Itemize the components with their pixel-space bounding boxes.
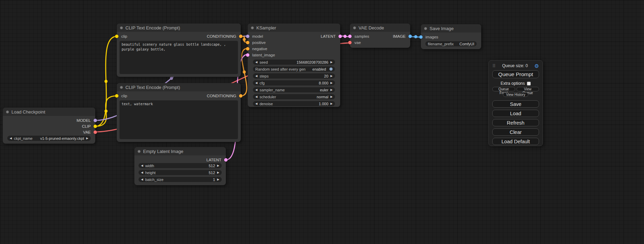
queue-front-button[interactable]: Queue Front [492,87,515,91]
node-load-checkpoint[interactable]: Load Checkpoint MODEL CLIP VAE ◀ ckpt_na… [3,108,95,144]
output-slot-latent[interactable] [224,158,228,162]
node-clip-text-encode-positive[interactable]: CLIP Text Encode (Prompt) clip CONDITION… [117,24,241,77]
input-slot-model[interactable] [246,35,249,38]
arrow-right-icon[interactable]: ▶ [330,96,333,98]
extra-options-checkbox[interactable] [527,82,531,85]
input-slot-clip[interactable] [115,94,118,98]
widget-random-seed-toggle[interactable]: Random seed after every gen enabled [253,66,335,72]
arrow-right-icon[interactable]: ▶ [86,137,88,140]
node-header[interactable]: Empty Latent Image [134,147,226,155]
input-slot-positive[interactable] [246,41,249,44]
negative-prompt-textarea[interactable]: text, watermark [120,100,238,139]
widget-width[interactable]: ◀ width 512 ▶ [139,163,222,168]
arrow-right-icon[interactable]: ▶ [330,82,333,84]
settings-gear-icon[interactable]: ⚙ [535,63,539,69]
link-midpoint-dot[interactable] [105,80,108,83]
input-slot-samples[interactable] [348,35,352,38]
output-slot-clip[interactable] [94,125,97,128]
queue-prompt-button[interactable]: Queue Prompt [492,70,539,78]
node-collapse-dot-icon[interactable] [120,26,123,29]
input-slot-latent-image[interactable] [246,53,249,57]
widget-cfg[interactable]: ◀ cfg 8.000 ▶ [253,80,335,85]
node-collapse-dot-icon[interactable] [251,26,254,29]
arrow-left-icon[interactable]: ◀ [255,96,257,98]
link-midpoint-dot[interactable] [243,38,246,41]
widget-height[interactable]: ◀ height 512 ▶ [139,170,222,175]
slot-row: model LATENT [248,33,340,39]
drag-handle-icon[interactable]: ⠿ [492,63,496,69]
arrow-left-icon[interactable]: ◀ [255,75,257,78]
node-header[interactable]: KSampler [248,24,340,32]
clear-button[interactable]: Clear [492,128,539,136]
arrow-left-icon[interactable]: ◀ [255,82,257,84]
arrow-right-icon[interactable]: ▶ [217,178,219,181]
arrow-left-icon[interactable]: ◀ [141,171,143,174]
input-slot-clip[interactable] [115,35,118,38]
output-slot-vae[interactable] [94,130,97,134]
input-slot-images[interactable] [419,35,423,39]
arrow-right-icon[interactable]: ▶ [330,61,333,64]
link-midpoint-dot[interactable] [105,110,108,113]
link-midpoint-dot[interactable] [243,71,246,74]
widget-label: cfg [259,81,265,85]
node-collapse-dot-icon[interactable] [353,26,356,29]
node-collapse-dot-icon[interactable] [424,27,427,30]
load-button[interactable]: Load [492,110,539,117]
widget-scheduler[interactable]: ◀ scheduler normal ▶ [253,94,335,99]
widget-denoise[interactable]: ◀ denoise 1.000 ▶ [253,101,335,106]
arrow-left-icon[interactable]: ◀ [255,89,257,91]
wire-clip-to-positive-encoder[interactable] [95,36,117,126]
arrow-left-icon[interactable]: ◀ [255,102,257,105]
output-slot-image[interactable] [408,35,412,38]
wire-clip-to-negative-encoder[interactable] [95,96,117,126]
node-header[interactable]: Save Image [421,24,481,33]
output-slot-conditioning[interactable] [239,94,242,98]
arrow-right-icon[interactable]: ▶ [217,171,219,174]
link-midpoint-dot[interactable] [414,35,417,38]
node-header[interactable]: Load Checkpoint [3,108,95,116]
widget-ckpt-name[interactable]: ◀ ckpt_name v1-5-pruned-emaonly.ckpt ▶ [7,136,91,141]
output-label-vae: VAE [83,130,91,134]
node-vae-decode[interactable]: VAE Decode samples IMAGE vae [350,24,410,48]
node-header[interactable]: VAE Decode [350,24,410,32]
positive-prompt-textarea[interactable]: beautiful scenery nature glass bottle la… [120,41,238,74]
link-midpoint-dot[interactable] [344,35,347,38]
view-history-button[interactable]: View History [503,92,528,97]
arrow-left-icon[interactable]: ◀ [141,178,143,181]
input-slot-vae[interactable] [348,41,352,44]
arrow-right-icon[interactable]: ▶ [330,75,333,78]
widget-steps[interactable]: ◀ steps 20 ▶ [253,73,335,79]
node-header[interactable]: CLIP Text Encode (Prompt) [117,83,241,91]
widget-label: filename_prefix [428,42,454,46]
arrow-right-icon[interactable]: ▶ [330,102,333,105]
arrow-right-icon[interactable]: ▶ [330,89,333,91]
node-ksampler[interactable]: KSampler model LATENT positive negative … [248,24,340,107]
node-save-image[interactable]: Save Image images filename_prefix ComfyU… [421,24,481,49]
slot-row: VAE [3,129,95,135]
arrow-right-icon[interactable]: ▶ [217,164,219,167]
output-slot-latent[interactable] [338,35,342,38]
node-collapse-dot-icon[interactable] [120,86,123,89]
widget-filename-prefix[interactable]: filename_prefix ComfyUI [425,41,477,46]
output-slot-model[interactable] [94,119,97,122]
node-collapse-dot-icon[interactable] [138,150,141,153]
widget-batch-size[interactable]: ◀ batch_size 1 ▶ [139,177,222,182]
view-queue-button[interactable]: View Queue [517,87,539,91]
save-button[interactable]: Save [492,100,539,108]
widget-label: denoise [259,102,273,106]
widget-sampler-name[interactable]: ◀ sampler_name euler ▶ [253,87,335,92]
link-midpoint-dot[interactable] [170,77,173,80]
toggle-dot-icon[interactable] [329,67,333,71]
node-header[interactable]: CLIP Text Encode (Prompt) [117,24,241,32]
input-slot-negative[interactable] [246,47,249,51]
node-collapse-dot-icon[interactable] [6,110,9,114]
node-empty-latent-image[interactable]: Empty Latent Image LATENT ◀ width 512 ▶ … [134,147,226,185]
arrow-left-icon[interactable]: ◀ [10,137,12,140]
output-slot-conditioning[interactable] [239,35,242,38]
node-clip-text-encode-negative[interactable]: CLIP Text Encode (Prompt) clip CONDITION… [117,83,241,142]
arrow-left-icon[interactable]: ◀ [255,61,257,64]
refresh-button[interactable]: Refresh [492,119,539,126]
load-default-button[interactable]: Load Default [492,138,539,145]
widget-seed[interactable]: ◀ seed 156680208700286 ▶ [253,60,335,65]
arrow-left-icon[interactable]: ◀ [141,164,143,167]
